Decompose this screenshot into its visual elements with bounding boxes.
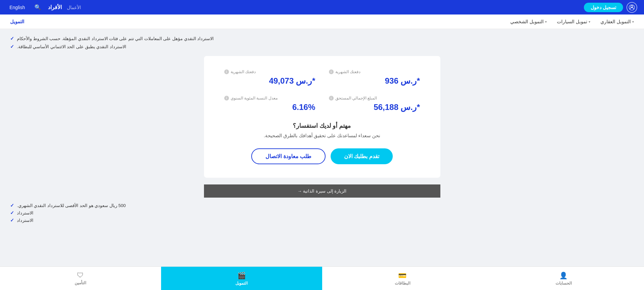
nav-item-personal-label: التمويل الشخصي: [510, 19, 544, 24]
checkmark-icon-2: ✓: [10, 44, 14, 49]
svg-point-0: [631, 5, 633, 7]
info-dot-2[interactable]: i: [224, 69, 229, 74]
accounts-label: الحسابات: [556, 281, 572, 286]
insurance-label: التأمين: [75, 281, 86, 285]
nav-item-real-estate[interactable]: ▾ التمويل العقاري: [600, 19, 634, 24]
apply-button[interactable]: تقدم بطلبك الان: [331, 148, 393, 164]
nav-brand: الأعمال الأفراد: [48, 4, 81, 10]
english-button[interactable]: English: [7, 3, 28, 11]
additional-checks: 500 ريال سعودي هو الحد الأقصى للاسترداد …: [10, 203, 634, 223]
finance-card: دفعتك الشهرية i ر.س 936* دفعتك الشهرية i…: [204, 56, 440, 178]
total-label: المبلغ الإجمالي المستحق i: [329, 96, 377, 100]
cards-label: البطاقات: [395, 281, 410, 286]
additional-check-1: 500 ريال سعودي هو الحد الأقصى للاسترداد …: [10, 203, 126, 208]
insurance-icon: 🛡: [77, 271, 84, 279]
card-question: مهتم أو لديك استفسار؟: [224, 122, 420, 129]
bottom-nav-cards[interactable]: 💳 البطاقات: [322, 267, 483, 290]
cards-icon: 💳: [398, 271, 407, 280]
additional-check-2: الاسترداد ✓: [10, 210, 33, 215]
card-item-total: المبلغ الإجمالي المستحق i ر.س 56,188*: [329, 96, 420, 112]
bottom-nav-finance[interactable]: 🎬 التمويل: [161, 267, 322, 290]
additional-check-text-3: الاسترداد: [17, 218, 33, 223]
check-item-1: الاسترداد النقدي مؤهل على المعاملات التي…: [10, 36, 214, 41]
chevron-down-icon: ▾: [632, 20, 634, 24]
checkmark-icon-3: ✓: [10, 203, 14, 208]
top-nav-right: الأعمال الأفراد 🔍 English: [7, 3, 81, 11]
business-label[interactable]: الأعمال: [67, 5, 81, 10]
card-item-payment2: دفعتك الشهرية i ر.س 49,073*: [224, 69, 315, 86]
card-buttons: طلب معاودة الاتصال تقدم بطلبك الان: [224, 148, 420, 164]
nav-item-finance[interactable]: التمويل: [10, 19, 24, 24]
payment2-value: ر.س 49,073*: [224, 76, 315, 86]
total-value: ر.س 56,188*: [329, 103, 420, 112]
info-dot-3[interactable]: i: [329, 96, 334, 100]
payment1-value: ر.س 936*: [329, 76, 420, 86]
info-dot-4[interactable]: i: [224, 96, 229, 100]
payment2-label: دفعتك الشهرية i: [224, 69, 256, 74]
finance-nav-label: التمويل: [235, 281, 248, 286]
rate-label: معدل النسبة المئوية السنوي i: [224, 96, 278, 100]
additional-check-text-2: الاسترداد: [17, 210, 33, 215]
bottom-nav: 👤 الحسابات 💳 البطاقات 🎬 التمويل 🛡 التأمي…: [0, 266, 644, 290]
user-icon[interactable]: [626, 2, 637, 13]
callback-button[interactable]: طلب معاودة الاتصال: [251, 148, 326, 164]
finance-label: التمويل: [10, 19, 24, 24]
bottom-nav-accounts[interactable]: 👤 الحسابات: [483, 267, 644, 290]
main-content: الاسترداد النقدي مؤهل على المعاملات التي…: [0, 29, 644, 265]
nav-item-cars-label: تمويل السيارات: [557, 19, 587, 24]
finance-icon: 🎬: [237, 271, 246, 280]
check-item-2: الاسترداد النقدي يطبق على الحد الائتماني…: [10, 44, 126, 49]
checkmark-icon-4: ✓: [10, 210, 14, 215]
info-dot-1[interactable]: i: [329, 69, 334, 74]
register-button[interactable]: تسجيل دخول: [584, 3, 623, 12]
checkmark-icon-1: ✓: [10, 36, 14, 41]
bottom-nav-insurance[interactable]: 🛡 التأمين: [0, 267, 161, 290]
chevron-down-icon: ▾: [545, 20, 547, 24]
card-subtitle: نحن سعداء لمساعدتك على تحقيق أهدافك بالط…: [224, 133, 420, 138]
top-nav-left: تسجيل دخول: [584, 2, 637, 13]
card-item-payment1: دفعتك الشهرية i ر.س 936*: [329, 69, 420, 86]
checkmarks-section: الاسترداد النقدي مؤهل على المعاملات التي…: [10, 36, 634, 49]
checkmark-icon-5: ✓: [10, 218, 14, 223]
rate-value: 6.16%: [224, 103, 315, 112]
payment1-label: دفعتك الشهرية i: [329, 69, 360, 74]
additional-check-text-1: 500 ريال سعودي هو الحد الأقصى للاسترداد …: [17, 203, 126, 208]
check-text-1: الاسترداد النقدي مؤهل على المعاملات التي…: [17, 36, 214, 41]
nav-item-cars[interactable]: ▾ تمويل السيارات: [557, 19, 590, 24]
chevron-down-icon: ▾: [589, 20, 590, 24]
top-nav: تسجيل دخول الأعمال الأفراد 🔍 English: [0, 0, 644, 14]
nav-item-personal[interactable]: ▾ التمويل الشخصي: [510, 19, 547, 24]
check-text-2: الاسترداد النقدي يطبق على الحد الائتماني…: [17, 44, 126, 49]
search-icon[interactable]: 🔍: [34, 4, 41, 10]
nav-item-real-estate-label: التمويل العقاري: [600, 19, 631, 24]
additional-check-3: الاسترداد ✓: [10, 218, 33, 223]
card-item-rate: معدل النسبة المئوية السنوي i 6.16%: [224, 96, 315, 112]
individuals-label[interactable]: الأفراد: [48, 4, 62, 10]
secondary-nav-items: ▾ التمويل العقاري ▾ تمويل السيارات ▾ الت…: [510, 19, 634, 24]
accounts-icon: 👤: [559, 271, 568, 280]
card-grid: دفعتك الشهرية i ر.س 936* دفعتك الشهرية i…: [224, 69, 420, 112]
secondary-nav: ▾ التمويل العقاري ▾ تمويل السيارات ▾ الت…: [0, 14, 644, 29]
dark-banner[interactable]: الزيارة إلى سيرة الذاتية →: [204, 184, 440, 198]
